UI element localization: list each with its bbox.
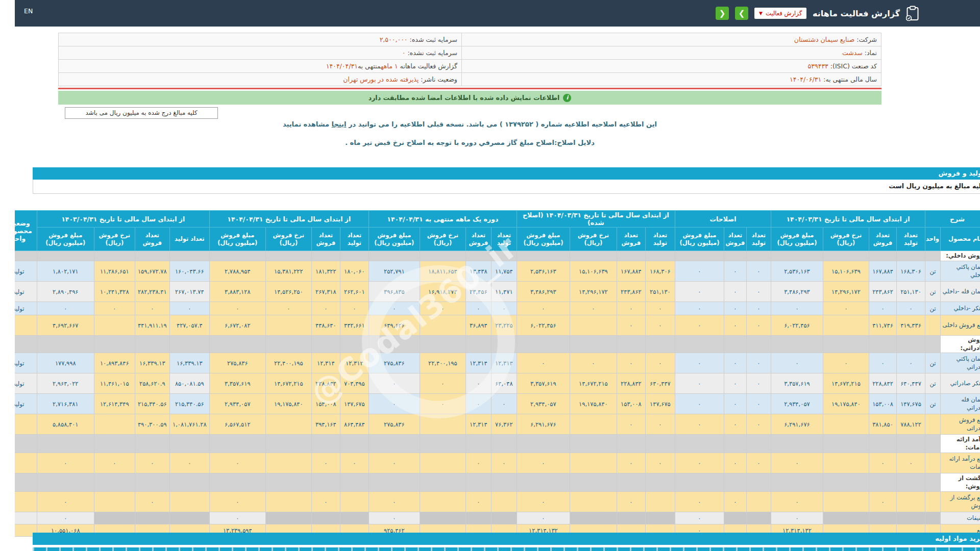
company-info-table: شرکت: صنایع سیمان دشتستان سرمایه ثبت شده… [43, 33, 867, 86]
table-cell: ۱۴,۶۷۲,۲۱۵ [555, 373, 602, 394]
language-toggle[interactable]: EN [9, 7, 18, 15]
table-cell: ۲۲۸,۸۴۲ [602, 373, 630, 394]
table-cell: ۰ [660, 512, 709, 524]
unit-cell: تن [910, 394, 925, 414]
table-cell [251, 251, 297, 261]
table-cell [731, 473, 756, 492]
table-cell: ۰ [555, 302, 602, 315]
unit-cell: تن [910, 302, 925, 315]
table-cell [405, 453, 451, 473]
table-cell: ۱۴,۲۹۶,۱۷۲ [808, 282, 854, 302]
table-cell: ۲,۷۸۸,۹۵۴ [194, 261, 251, 282]
table-cell [120, 251, 155, 261]
table-cell: ۲۴۳,۸۶۲ [854, 282, 881, 302]
table-cell: ۰ [354, 453, 405, 473]
company-name-cell: شرکت: صنایع سیمان دشتستان [447, 33, 866, 46]
unit-cell [910, 414, 925, 435]
table-cell: ۰ [451, 373, 476, 394]
status-cell [0, 315, 22, 336]
table-cell [854, 512, 881, 524]
table-cell: ۱۱,۴۶۱,۰۱۵ [79, 373, 120, 394]
table-cell: ۱۵۳,۰۰۸ [297, 394, 325, 414]
column-header: مبلغ فروش (میلیون ریال) [756, 228, 808, 251]
column-header: مبلغ فروش (میلیون ریال) [660, 228, 709, 251]
table-cell [476, 473, 502, 492]
table-cell [325, 473, 354, 492]
table-cell: ۰ [476, 302, 502, 315]
previous-report-button[interactable]: ❮ [701, 7, 714, 20]
group-header: اصلاحات [660, 211, 756, 228]
table-cell [251, 414, 297, 435]
table-cell: ۰ [405, 394, 451, 414]
table-cell: ۳,۴۸۶,۲۹۳ [502, 282, 555, 302]
table-cell [297, 473, 325, 492]
table-cell [22, 473, 79, 492]
table-cell: ۰ [630, 414, 660, 435]
production-table: شرحاز ابتدای سال مالی تا تاریخ ۱۴۰۴/۰۳/۳… [0, 210, 975, 537]
table-cell: ۱۹,۱۷۵,۸۴۰ [808, 394, 854, 414]
table-cell [756, 336, 808, 353]
table-cell [555, 414, 602, 435]
table-cell [451, 512, 476, 524]
table-cell: ۱۴۷,۶۷۵ [630, 394, 660, 414]
table-row: سیمان پاکتي صادراتيتن۰۰۰۰۰۰۰۰۰۰۰۱۲,۳۱۴۱۲… [0, 353, 975, 373]
table-cell [630, 251, 660, 261]
report-type-dropdown[interactable]: گزارش فعالیت ▼ [740, 8, 792, 19]
table-cell: ۴۹۰,۳۰۰.۵۹ [120, 414, 155, 435]
table-cell: ۳,۸۸۳,۱۲۸ [194, 282, 251, 302]
table-cell: ۰ [660, 302, 709, 315]
table-cell: ۱۵۳,۰۰۸ [854, 394, 881, 414]
table-cell [881, 336, 910, 353]
table-cell [405, 473, 451, 492]
table-cell [194, 251, 251, 261]
previous-disclosure-link[interactable]: اینجا [317, 120, 332, 128]
table-cell: ۳,۴۸۶,۲۹۳ [756, 282, 808, 302]
unit-cell: تن [910, 353, 925, 373]
row-label-cell: جمع فروش صادراتی [926, 414, 975, 435]
table-cell: ۱,۰۸۱,۷۶۱.۲۸ [155, 414, 194, 435]
table-cell: ۰ [120, 492, 155, 512]
report-clipboard-icon [891, 6, 904, 21]
status-cell: تولید [0, 282, 22, 302]
column-header: مبلغ فروش (میلیون ریال) [194, 228, 251, 251]
table-cell [251, 315, 297, 336]
table-cell: ۰ [354, 492, 405, 512]
table-cell: ۰ [502, 302, 555, 315]
table-cell [354, 251, 405, 261]
column-header: تعداد فروش [451, 228, 476, 251]
row-label-cell: سیمان پاکتي -داخلي [926, 261, 975, 282]
table-cell: ۱۸۱,۳۲۲ [297, 261, 325, 282]
table-cell: ۰ [79, 302, 120, 315]
unit-cell [910, 492, 925, 512]
table-cell: ۰ [22, 492, 79, 512]
table-row: درآمد ارائه خدمات: [0, 435, 975, 453]
table-cell [602, 512, 630, 524]
table-cell: ۲۱۵,۳۴۰.۵۶ [120, 394, 155, 414]
table-cell: ۱۵,۱۰۶,۶۳۹ [555, 261, 602, 282]
table-cell [630, 473, 660, 492]
table-cell: ۰ [602, 453, 630, 473]
table-cell: ۰ [709, 394, 731, 414]
table-cell: ۲۵۱,۱۳۰ [881, 282, 910, 302]
registered-capital-cell: سرمایه ثبت شده: ۲,۵۰۰,۰۰۰ [44, 33, 447, 46]
table-cell: ۲,۹۳۴,۰۵۷ [502, 394, 555, 414]
table-cell [660, 435, 709, 453]
table-cell [79, 473, 120, 492]
group-header: از ابتدای سال مالی تا تاریخ ۱۴۰۳/۰۴/۳۱ [22, 211, 194, 228]
amounts-unit-note: کلیه مبالغ درج شده به میلیون ریال می باش… [50, 107, 203, 119]
table-cell: ۴۴۲,۶۶۱ [325, 315, 354, 336]
table-cell [630, 435, 660, 453]
column-header: تعداد تولید [325, 228, 354, 251]
table-cell [910, 251, 925, 261]
table-cell [155, 435, 194, 453]
table-row: سیمان پاکتي -داخليتن۱۶۸,۳۰۶۱۶۷,۸۸۴۱۵,۱۰۶… [0, 261, 975, 282]
row-label-cell: تخفیفات [926, 512, 975, 524]
table-cell [155, 492, 194, 512]
table-cell [120, 473, 155, 492]
table-cell: ۳,۳۵۷,۶۱۹ [194, 373, 251, 394]
table-cell [405, 435, 451, 453]
table-cell [476, 336, 502, 353]
next-report-button[interactable]: ❯ [720, 7, 733, 20]
table-cell: ۰ [854, 302, 881, 315]
table-cell: ۴,۶۹۲,۶۶۷ [22, 315, 79, 336]
